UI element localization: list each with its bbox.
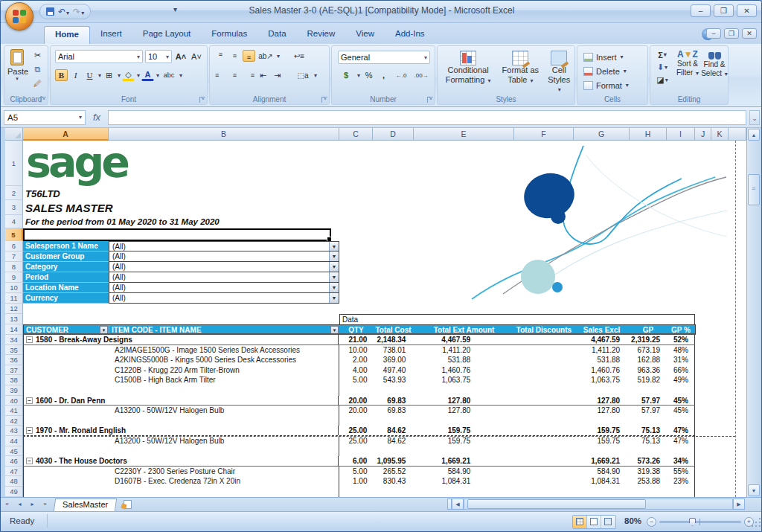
collapse-group-icon[interactable]: − <box>26 458 33 464</box>
value-cell-e[interactable]: 1,411.20 <box>413 345 513 356</box>
column-header-d[interactable]: D <box>373 128 414 141</box>
customer-group-cell[interactable]: −1600 - Dr. Dan Penn <box>24 396 339 406</box>
underline-button[interactable]: U <box>83 69 96 81</box>
value-cell-c[interactable]: 69.83 <box>372 396 413 406</box>
value-cell-q[interactable]: 5.00 <box>339 467 373 477</box>
value-cell-s[interactable]: 159.75 <box>573 436 629 446</box>
format-cells-button[interactable]: Format▾ <box>583 78 629 92</box>
value-cell-p[interactable]: 66% <box>666 365 694 376</box>
row-header-3[interactable]: 3 <box>5 200 23 215</box>
value-cell-g[interactable]: 519.82 <box>629 375 666 385</box>
column-header-g[interactable]: G <box>574 128 630 141</box>
customer-filter-icon[interactable]: ▼ <box>100 326 108 333</box>
item-cell[interactable]: D1607B - Exec. Credenza 72in X 20in <box>24 476 339 487</box>
value-cell-q[interactable]: 6.00 <box>339 456 372 466</box>
row-header-43[interactable]: 43 <box>5 426 23 436</box>
zoom-level[interactable]: 80% <box>624 516 641 525</box>
row-header-2[interactable]: 2 <box>5 186 23 200</box>
value-cell-d[interactable] <box>513 426 573 435</box>
column-header-k[interactable]: K <box>711 128 729 141</box>
value-cell-d[interactable] <box>513 335 573 344</box>
filter-value[interactable]: (All)▼ <box>109 293 339 304</box>
value-cell-g[interactable]: 57.97 <box>629 396 666 406</box>
minimize-button[interactable]: – <box>691 4 711 17</box>
filter-value[interactable]: (All)▼ <box>109 262 339 272</box>
tab-view[interactable]: View <box>345 26 385 44</box>
gp-header-cell[interactable]: GP <box>630 325 667 333</box>
decrease-indent-icon[interactable]: ⇤ <box>257 69 269 81</box>
scroll-up-icon[interactable]: ▲ <box>748 129 760 141</box>
customer-group-cell[interactable]: −4030 - The House Doctors <box>24 456 339 466</box>
copy-icon[interactable]: ⧉ <box>31 63 44 75</box>
value-cell-p[interactable]: 45% <box>666 396 694 406</box>
value-cell-c[interactable]: 830.43 <box>372 476 413 487</box>
accounting-format-icon[interactable]: $ <box>338 69 354 81</box>
row-header-44[interactable]: 44 <box>5 436 23 446</box>
value-cell-s[interactable]: 1,411.20 <box>573 345 629 356</box>
phonetic-icon[interactable]: abc <box>161 69 177 81</box>
value-cell-d[interactable] <box>513 365 573 376</box>
value-cell-c[interactable]: 84.62 <box>372 436 413 446</box>
filter-value[interactable]: (All)▼ <box>109 272 339 283</box>
filter-value[interactable]: (All)▼ <box>109 251 339 262</box>
value-cell-p[interactable]: 45% <box>666 406 694 416</box>
row-header-38[interactable]: 38 <box>5 375 23 385</box>
workbook-minimize-button[interactable]: – <box>706 28 721 39</box>
fill-color-icon[interactable]: ◇ <box>122 69 135 81</box>
font-dialog-launcher[interactable] <box>199 97 205 103</box>
value-cell-e[interactable]: 159.75 <box>413 426 513 435</box>
value-cell-q[interactable]: 4.00 <box>339 365 373 376</box>
scroll-left-icon[interactable]: ◀ <box>452 499 464 510</box>
value-cell-g[interactable]: 319.38 <box>629 467 666 477</box>
item-cell[interactable]: A13200 - 50W/12V Halogen Bulb <box>24 436 339 446</box>
value-cell-g[interactable]: 253.88 <box>629 476 666 487</box>
scroll-down-icon[interactable]: ▼ <box>748 484 760 496</box>
autosum-icon[interactable]: Σ▾ <box>654 49 670 60</box>
value-cell-q[interactable]: 21.00 <box>339 335 372 344</box>
column-header-i[interactable]: I <box>667 128 695 141</box>
selected-cell-a5[interactable] <box>23 228 331 241</box>
increase-indent-icon[interactable]: ⇥ <box>271 69 284 81</box>
value-cell-c[interactable]: 265.52 <box>372 467 413 477</box>
value-cell-e[interactable]: 159.75 <box>413 436 513 446</box>
value-cell-q[interactable]: 20.00 <box>339 406 373 416</box>
tab-insert[interactable]: Insert <box>90 26 132 44</box>
next-sheet-icon[interactable]: ▸ <box>26 499 39 510</box>
align-right-icon[interactable]: ≡ <box>243 69 255 81</box>
format-painter-icon[interactable]: 🖉 <box>31 77 44 89</box>
row-header-37[interactable]: 37 <box>5 365 23 376</box>
tab-home[interactable]: Home <box>44 26 90 44</box>
align-bottom-icon[interactable]: ≡ <box>243 50 255 62</box>
paste-button[interactable]: Paste ▾ <box>7 49 27 82</box>
value-cell-g[interactable]: 2,319.25 <box>629 335 666 344</box>
clear-icon[interactable]: ◪▾ <box>654 74 670 86</box>
last-sheet-icon[interactable]: » <box>39 499 51 510</box>
value-cell-p[interactable]: 23% <box>666 476 694 487</box>
filter-dropdown-icon[interactable]: ▼ <box>329 251 339 261</box>
row-header-4[interactable]: 4 <box>5 215 23 228</box>
page-break-view-icon[interactable] <box>601 516 615 528</box>
sales-excl-header-cell[interactable]: Sales Excl <box>574 325 630 333</box>
workbook-close-button[interactable]: ✕ <box>742 28 757 39</box>
value-cell-d[interactable] <box>513 406 573 416</box>
collapse-group-icon[interactable]: − <box>26 397 33 404</box>
value-cell-q[interactable]: 1.00 <box>339 476 373 487</box>
font-name-combo[interactable]: Arial▾ <box>55 50 143 63</box>
value-cell-g[interactable]: 162.88 <box>629 355 666 365</box>
value-cell-d[interactable] <box>513 476 573 487</box>
sheet-tab-salesmaster[interactable]: SalesMaster <box>54 499 118 511</box>
value-cell-c[interactable]: 69.83 <box>372 406 413 416</box>
tab-data[interactable]: Data <box>257 26 296 44</box>
qty-header-cell[interactable]: QTY <box>339 325 373 333</box>
gp-pct-header-cell[interactable]: GP % <box>667 325 695 333</box>
value-cell-g[interactable]: 573.26 <box>629 456 666 466</box>
horizontal-scroll-thumb[interactable] <box>467 499 646 509</box>
value-cell-p[interactable]: 48% <box>666 345 694 356</box>
customer-group-cell[interactable]: −1580 - Break-Away Designs <box>24 335 339 344</box>
select-all-corner[interactable] <box>5 128 23 141</box>
total-cost-header-cell[interactable]: Total Cost <box>373 325 414 333</box>
tab-review[interactable]: Review <box>297 26 346 44</box>
tab-page-layout[interactable]: Page Layout <box>132 26 202 44</box>
value-cell-c[interactable]: 497.40 <box>372 365 413 376</box>
align-center-icon[interactable]: ≡ <box>228 69 241 81</box>
